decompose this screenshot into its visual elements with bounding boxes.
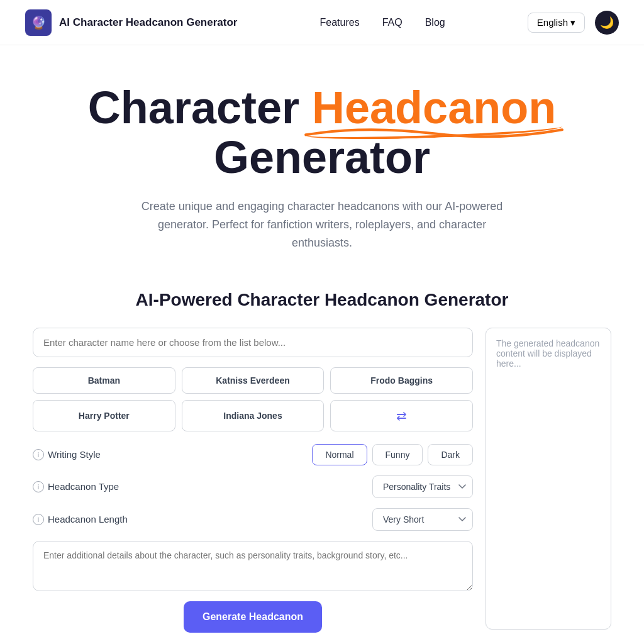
style-funny[interactable]: Funny: [372, 444, 423, 465]
nav-blog[interactable]: Blog: [425, 17, 445, 28]
headcanon-length-select[interactable]: Very Short Short Medium Long: [372, 508, 473, 531]
main-section: AI-Powered Character Headcanon Generator…: [20, 277, 624, 644]
headcanon-type-row: i Headcanon Type Personality Traits Back…: [33, 475, 473, 498]
hero-title-part2: Generator: [214, 132, 430, 182]
language-label: English: [537, 17, 568, 28]
writing-style-row: i Writing Style Normal Funny Dark: [33, 444, 473, 465]
preset-harry[interactable]: Harry Potter: [33, 400, 175, 431]
chevron-down-icon: ▾: [570, 17, 575, 28]
additional-details-input[interactable]: [33, 541, 473, 591]
hero-title-orange: Headcanon: [312, 82, 556, 133]
headcanon-type-select[interactable]: Personality Traits Backstory Daily Life …: [372, 475, 473, 498]
style-normal[interactable]: Normal: [312, 444, 367, 465]
preset-batman[interactable]: Batman: [33, 367, 175, 394]
moon-icon: 🌙: [600, 16, 614, 30]
main-nav: Features FAQ Blog: [320, 17, 445, 28]
preset-grid: Batman Katniss Everdeen Frodo Baggins Ha…: [33, 367, 473, 431]
preset-katniss[interactable]: Katniss Everdeen: [182, 367, 325, 394]
headcanon-length-info-icon[interactable]: i: [33, 514, 44, 525]
left-panel: Batman Katniss Everdeen Frodo Baggins Ha…: [33, 328, 473, 633]
shuffle-icon: ⇄: [396, 408, 407, 423]
hero-subtitle: Create unique and engaging character hea…: [127, 197, 517, 252]
writing-style-label: i Writing Style: [33, 449, 101, 460]
logo-icon: 🔮: [25, 9, 52, 36]
preset-frodo[interactable]: Frodo Baggins: [330, 367, 473, 394]
generator-wrapper: Batman Katniss Everdeen Frodo Baggins Ha…: [33, 328, 611, 633]
hero-title: Character Headcanon Generator: [13, 83, 631, 182]
logo-text: AI Character Headcanon Generator: [59, 16, 237, 29]
options-section: i Writing Style Normal Funny Dark i Head…: [33, 444, 473, 531]
hero-title-part1: Character: [88, 82, 312, 133]
underline-decoration: [299, 122, 569, 142]
writing-style-info-icon[interactable]: i: [33, 449, 44, 460]
section-title: AI-Powered Character Headcanon Generator: [33, 290, 611, 310]
header-right: English ▾ 🌙: [528, 11, 619, 35]
nav-faq[interactable]: FAQ: [382, 17, 402, 28]
dark-mode-toggle[interactable]: 🌙: [595, 11, 619, 35]
character-input[interactable]: [33, 328, 473, 357]
preset-indiana[interactable]: Indiana Jones: [182, 400, 325, 431]
style-dark[interactable]: Dark: [428, 444, 473, 465]
headcanon-type-info-icon[interactable]: i: [33, 481, 44, 492]
writing-style-buttons: Normal Funny Dark: [312, 444, 473, 465]
right-panel: The generated headcanon content will be …: [486, 328, 611, 630]
headcanon-length-label: i Headcanon Length: [33, 514, 128, 525]
header: 🔮 AI Character Headcanon Generator Featu…: [0, 0, 644, 45]
generate-button[interactable]: Generate Headcanon: [184, 601, 322, 633]
headcanon-length-row: i Headcanon Length Very Short Short Medi…: [33, 508, 473, 531]
logo: 🔮 AI Character Headcanon Generator: [25, 9, 237, 36]
hero-section: Character Headcanon Generator Create uni…: [0, 45, 644, 277]
headcanon-type-label: i Headcanon Type: [33, 481, 119, 492]
shuffle-button[interactable]: ⇄: [330, 400, 473, 431]
language-selector[interactable]: English ▾: [528, 13, 585, 33]
nav-features[interactable]: Features: [320, 17, 360, 28]
output-placeholder: The generated headcanon content will be …: [496, 338, 601, 369]
